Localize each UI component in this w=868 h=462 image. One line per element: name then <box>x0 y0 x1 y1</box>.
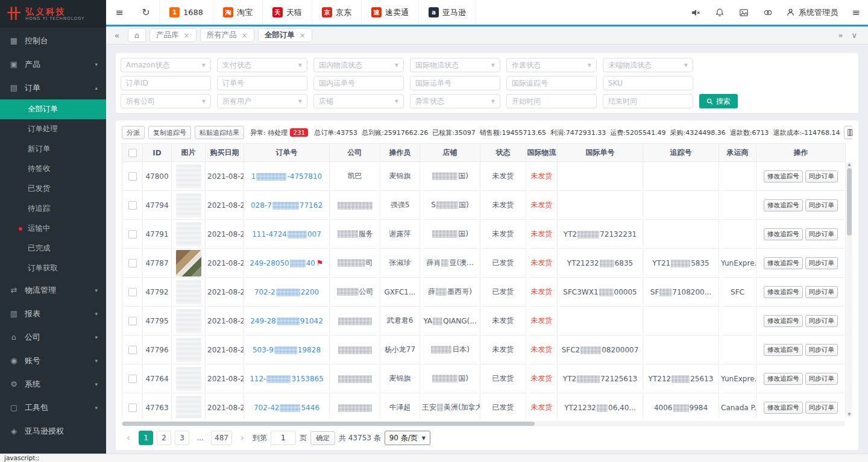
row-checkbox[interactable] <box>128 201 137 210</box>
tab-all-orders[interactable]: 全部订单× <box>258 28 312 42</box>
filter-select-amazon-status[interactable]: Amazon状态▼ <box>121 58 211 72</box>
paste-tracking-result-button[interactable]: 粘贴追踪结果 <box>195 126 244 139</box>
scroll-down-icon[interactable]: ▼ <box>848 411 851 417</box>
row-checkbox[interactable] <box>128 259 137 267</box>
page-number-487[interactable]: 487 <box>211 431 232 445</box>
row-checkbox[interactable] <box>128 346 137 354</box>
search-button[interactable]: 搜索 <box>699 94 738 108</box>
close-tab-icon[interactable]: × <box>242 31 248 40</box>
edit-tracking-button[interactable]: 修改追踪号 <box>764 286 803 298</box>
edit-tracking-button[interactable]: 修改追踪号 <box>764 257 803 269</box>
filter-select-company[interactable]: 所有公司▼ <box>121 94 211 108</box>
filter-input-order-no[interactable] <box>217 76 307 90</box>
sidebar-item-amazon-auth[interactable]: ◈亚马逊授权 <box>0 419 106 443</box>
row-checkbox[interactable] <box>128 375 137 383</box>
order-number-link[interactable]: 112-3153865 <box>250 375 324 383</box>
sync-order-button[interactable]: 同步订单 <box>805 286 838 298</box>
order-number-link[interactable]: 249-2891042 <box>250 317 323 325</box>
image-icon[interactable] <box>732 0 756 25</box>
edit-tracking-button[interactable]: 修改追踪号 <box>764 373 803 385</box>
marketplace-tab-amazon[interactable]: a亚马逊 <box>419 0 476 25</box>
filter-input-order-id[interactable] <box>121 76 211 90</box>
prev-page-icon[interactable]: ‹ <box>122 431 135 445</box>
sidebar-item-toolkit[interactable]: ▢工具包▾ <box>0 396 106 419</box>
order-number-link[interactable]: 702-425446 <box>254 404 319 412</box>
edit-tracking-button[interactable]: 修改追踪号 <box>764 402 803 414</box>
more-icon[interactable]: ≡ <box>844 0 868 25</box>
goto-page-input[interactable] <box>271 431 296 445</box>
copy-tracking-button[interactable]: 复制追踪号 <box>148 126 191 139</box>
sync-order-button[interactable]: 同步订单 <box>805 257 838 269</box>
filter-select-intl-logistics-status[interactable]: 国际物流状态▼ <box>410 58 500 72</box>
collapse-sidebar-icon[interactable]: ≡ <box>106 0 133 25</box>
sidebar-subitem-in-transit[interactable]: 运输中 <box>0 219 106 239</box>
link-icon[interactable] <box>756 0 780 25</box>
sidebar-subitem-completed[interactable]: 已完成 <box>0 239 106 258</box>
sidebar-subitem-order-fetch[interactable]: 订单获取 <box>0 258 106 278</box>
home-tab-icon[interactable]: ⌂ <box>128 28 146 42</box>
admin-menu[interactable]: 系统管理员 <box>780 0 844 25</box>
filter-select-void-status[interactable]: 作废状态▼ <box>506 58 597 72</box>
sync-order-button[interactable]: 同步订单 <box>805 344 838 356</box>
tabs-scroll-right-icon[interactable]: » <box>838 31 843 40</box>
filter-select-domestic-logistics-status[interactable]: 国内物流状态▼ <box>313 58 404 72</box>
filter-select-shop[interactable]: 店铺▼ <box>313 94 404 108</box>
close-tab-icon[interactable]: × <box>184 31 190 40</box>
filter-input-intl-waybill-no[interactable] <box>410 76 500 90</box>
row-checkbox[interactable] <box>128 288 137 296</box>
page-number-1[interactable]: 1 <box>139 431 153 445</box>
horizontal-scroll-thumb[interactable] <box>122 422 535 426</box>
filter-input-intl-tracking-no[interactable] <box>506 76 597 90</box>
sidebar-subitem-to-track[interactable]: 待追踪 <box>0 199 106 219</box>
sidebar-subitem-order-processing[interactable]: 订单处理 <box>0 119 106 139</box>
edit-tracking-button[interactable]: 修改追踪号 <box>764 228 803 240</box>
order-number-link[interactable]: 702-22200 <box>254 288 319 296</box>
order-number-link[interactable]: 503-919828 <box>253 346 321 354</box>
edit-tracking-button[interactable]: 修改追踪号 <box>764 199 803 211</box>
sync-order-button[interactable]: 同步订单 <box>805 315 838 327</box>
tab-all-products[interactable]: 所有产品× <box>200 28 254 42</box>
filter-input-start-time[interactable] <box>506 94 597 108</box>
refresh-icon[interactable]: ↻ <box>133 0 159 25</box>
edit-tracking-button[interactable]: 修改追踪号 <box>764 170 803 183</box>
page-number-3[interactable]: 3 <box>175 431 189 445</box>
sync-order-button[interactable]: 同步订单 <box>805 199 838 211</box>
close-tab-icon[interactable]: × <box>300 31 306 40</box>
sidebar-item-products[interactable]: ▣产品▾ <box>0 52 106 76</box>
sidebar-subitem-shipped[interactable]: 已发货 <box>0 179 106 199</box>
page-number-2[interactable]: 2 <box>157 431 171 445</box>
mute-icon[interactable] <box>684 0 708 25</box>
edit-tracking-button[interactable]: 修改追踪号 <box>764 344 803 356</box>
sync-order-button[interactable]: 同步订单 <box>805 402 838 414</box>
order-number-link[interactable]: 028-777162 <box>251 201 322 210</box>
order-number-link[interactable]: 1-4757810 <box>251 172 322 181</box>
marketplace-tab-1688[interactable]: 11688 <box>160 0 213 25</box>
filter-select-user[interactable]: 所有用户▼ <box>217 94 307 108</box>
confirm-button[interactable]: 确定 <box>310 431 335 445</box>
sidebar-item-console[interactable]: ▦控制台 <box>0 29 106 52</box>
tabs-scroll-left-icon[interactable]: « <box>110 31 124 40</box>
sidebar-subitem-to-sign[interactable]: 待签收 <box>0 159 106 179</box>
vertical-scrollbar[interactable]: ▲ ▼ <box>846 161 852 417</box>
sidebar-item-accounts[interactable]: ◉账号▾ <box>0 349 106 372</box>
filter-select-pay-status[interactable]: 支付状态▼ <box>217 58 307 72</box>
tab-product-library[interactable]: 产品库× <box>149 28 197 42</box>
sidebar-item-system[interactable]: ⚙系统▾ <box>0 372 106 396</box>
marketplace-tab-aliexpress[interactable]: 速速卖通 <box>362 0 419 25</box>
horizontal-scrollbar[interactable] <box>122 421 845 426</box>
marketplace-tab-jd[interactable]: 京京东 <box>312 0 362 25</box>
sidebar-subitem-all-orders[interactable]: 全部订单 <box>0 99 106 119</box>
sidebar-item-logistics[interactable]: ⇄物流管理▾ <box>0 278 106 302</box>
sync-order-button[interactable]: 同步订单 <box>805 373 838 385</box>
columns-icon[interactable] <box>844 126 852 139</box>
sync-order-button[interactable]: 同步订单 <box>805 170 838 183</box>
filter-input-sku[interactable] <box>603 76 693 90</box>
row-checkbox[interactable] <box>128 317 137 325</box>
filter-input-end-time[interactable] <box>603 94 693 108</box>
sidebar-subitem-new-orders[interactable]: 新订单 <box>0 139 106 159</box>
next-page-icon[interactable]: › <box>236 431 249 445</box>
page-size-select[interactable]: 90 条/页 ▼ <box>385 431 430 445</box>
row-checkbox[interactable] <box>128 404 137 412</box>
scroll-up-icon[interactable]: ▲ <box>848 161 851 167</box>
order-number-link[interactable]: 111-4724007 <box>252 230 321 239</box>
